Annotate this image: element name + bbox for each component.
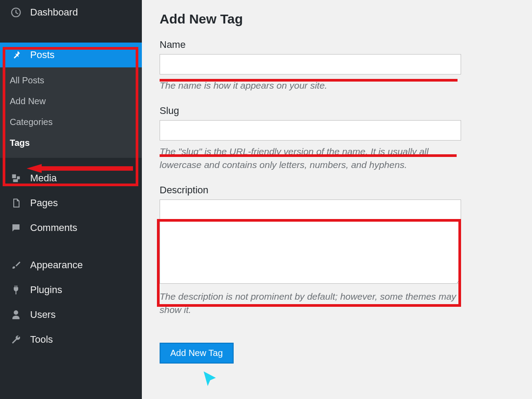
submenu-label: Add New [10,96,46,106]
submenu-item-tags[interactable]: Tags [0,133,142,153]
submenu-item-all-posts[interactable]: All Posts [0,70,142,91]
pin-icon [10,49,22,61]
submenu-item-add-new[interactable]: Add New [0,91,142,112]
sidebar-item-comments[interactable]: Comments [0,215,142,240]
sidebar-item-plugins[interactable]: Plugins [0,278,142,302]
name-input[interactable] [160,54,461,74]
sidebar-item-label: Dashboard [30,7,78,18]
sidebar-item-dashboard[interactable]: Dashboard [0,0,142,25]
comments-icon [10,222,22,234]
sidebar-item-label: Media [30,172,57,184]
sidebar-item-label: Pages [30,197,58,209]
wrench-icon [10,333,22,346]
sidebar-item-label: Comments [30,222,77,234]
description-label: Description [160,184,514,196]
plug-icon [10,284,22,296]
name-help-text: The name is how it appears on your site. [160,79,470,92]
media-icon [10,172,22,184]
sidebar-item-label: Plugins [30,284,62,296]
description-textarea[interactable] [160,200,461,284]
sidebar-item-label: Appearance [30,259,83,271]
description-help-text: The description is not prominent by defa… [160,290,470,316]
sidebar-item-label: Tools [30,334,53,345]
form-group-slug: Slug The "slug" is the URL-friendly vers… [160,105,514,171]
slug-input[interactable] [160,120,461,141]
dashboard-icon [10,6,22,19]
form-group-name: Name The name is how it appears on your … [160,39,514,92]
add-new-tag-button[interactable]: Add New Tag [160,343,234,364]
pages-icon [10,197,22,209]
submenu-label: Tags [10,138,30,148]
sidebar-item-label: Users [30,309,55,321]
submenu-label: Categories [10,117,53,127]
sidebar-item-posts[interactable]: Posts [0,43,142,67]
sidebar-item-users[interactable]: Users [0,302,142,327]
sidebar-item-label: Posts [30,49,55,61]
name-label: Name [160,39,514,51]
sidebar-item-tools[interactable]: Tools [0,327,142,352]
slug-label: Slug [160,105,514,117]
brush-icon [10,259,22,271]
page-title: Add New Tag [160,12,514,27]
submenu-item-categories[interactable]: Categories [0,112,142,133]
sidebar-item-appearance[interactable]: Appearance [0,253,142,278]
form-group-description: Description The description is not promi… [160,184,514,316]
user-icon [10,309,22,321]
slug-help-text: The "slug" is the URL-friendly version o… [160,145,470,171]
main-content: Add New Tag Name The name is how it appe… [142,0,532,399]
posts-submenu: All Posts Add New Categories Tags [0,67,142,158]
sidebar-item-media[interactable]: Media [0,166,142,191]
sidebar-item-pages[interactable]: Pages [0,191,142,215]
admin-sidebar: Dashboard Posts All Posts Add New Catego… [0,0,142,399]
submenu-label: All Posts [10,75,44,85]
